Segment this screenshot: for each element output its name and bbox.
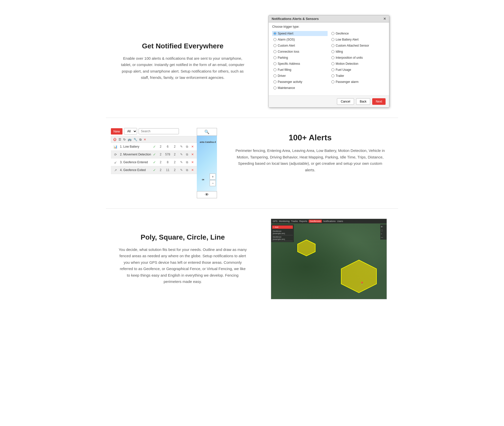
- delete-icon[interactable]: ✕: [190, 152, 195, 157]
- radio-interposition: [331, 56, 334, 59]
- geo-sidebar-row: Geofence (example.em): [272, 230, 293, 235]
- alerts-container: New All ⏻ ☰ ↻ 🚌 🔧 ⧉ ✕: [111, 128, 217, 198]
- radio-geofence: [331, 32, 334, 35]
- trigger-passenger-alarm[interactable]: Passenger alarm: [330, 79, 386, 84]
- section3-description: You decide, what solution fits best for …: [118, 246, 247, 285]
- edit-icon[interactable]: ✎: [179, 152, 184, 157]
- dialog-subtitle: Choose trigger type:: [272, 25, 386, 28]
- copy-row-icon[interactable]: ⧉: [185, 144, 189, 149]
- trigger-passenger-activity[interactable]: Passenger activity: [272, 79, 328, 84]
- movement-icon: ⟳: [113, 152, 118, 157]
- geo-marker: 📍: [360, 282, 364, 285]
- section3-text: Poly, Square, Circle, Line You decide, w…: [111, 233, 255, 285]
- page-wrapper: Get Notified Everywhere Enable over 100 …: [101, 0, 403, 314]
- alert-num1: 2: [158, 145, 163, 148]
- radio-driver: [273, 74, 276, 77]
- map-area: anta Catalina d 🗺 + −: [197, 136, 217, 191]
- alert-num2: 11: [165, 168, 170, 172]
- close-header-icon: ✕: [144, 138, 146, 141]
- geo-add-button[interactable]: + Add: [272, 225, 293, 229]
- geo-sidebar: + Add Geofence (example.em) Geofence (ex…: [271, 224, 294, 242]
- back-button[interactable]: Back: [356, 98, 370, 105]
- refresh-icon: ↻: [123, 138, 126, 141]
- section3-image: GPS Monitoring Tracks Reports Geofences …: [265, 219, 393, 299]
- section2-text: 100+ Alerts Perimeter fencing, Entering …: [227, 128, 393, 173]
- trigger-custom-sensor[interactable]: Custom Attached Sensor: [330, 43, 386, 48]
- alert-num1: 2: [158, 168, 163, 172]
- trigger-motion-detection[interactable]: Motion Detection: [330, 61, 386, 66]
- geofence-map: GPS Monitoring Tracks Reports Geofences …: [271, 219, 387, 299]
- trigger-driver[interactable]: Driver: [272, 73, 328, 78]
- map-layers-icon: 🗺: [202, 179, 204, 181]
- trigger-trailer[interactable]: Trailer: [330, 73, 386, 78]
- check-icon: ✓: [153, 145, 156, 149]
- vehicle-icon: 🚌: [128, 138, 132, 141]
- section1-description: Enable over 100 alerts & notifications t…: [118, 55, 247, 81]
- trigger-low-battery-alert[interactable]: Low Battery Alert: [330, 37, 386, 42]
- trigger-geofence[interactable]: Geofence: [330, 31, 386, 36]
- delete-icon[interactable]: ✕: [190, 168, 195, 172]
- alert-row: ↗ 4. Geofence Exited ✓ 2 11 2 ✎ ⧉ ✕: [111, 166, 197, 174]
- search-input[interactable]: [139, 128, 179, 134]
- zoom-in-button[interactable]: +: [210, 174, 216, 180]
- radio-speed-alert: [273, 32, 276, 35]
- trigger-specific-address[interactable]: Specific Address: [272, 61, 328, 66]
- alert-name: 2. Movement Detection: [120, 153, 151, 156]
- trigger-custom-alert[interactable]: Custom Alert: [272, 43, 328, 48]
- close-icon[interactable]: ✕: [383, 17, 386, 21]
- alert-actions: ✎ ⧉ ✕: [179, 168, 195, 172]
- check-icon: ✓: [153, 152, 156, 156]
- toolbar-icon-2: ⬚: [381, 229, 386, 232]
- trigger-alarm[interactable]: Alarm (SOS): [272, 37, 328, 42]
- alert-num2: 578: [165, 153, 170, 156]
- filter-dropdown[interactable]: All: [124, 128, 137, 135]
- check-icon: ✓: [153, 160, 156, 164]
- geofence-out-icon: ↗: [113, 168, 118, 173]
- copy-icon: ⧉: [139, 138, 142, 141]
- cancel-button[interactable]: Cancel: [337, 98, 354, 105]
- dialog-title: Notifications Alerts & Sensors: [272, 17, 319, 21]
- check-icon: ✓: [153, 168, 156, 172]
- edit-icon[interactable]: ✎: [179, 168, 184, 172]
- section1-title: Get Notified Everywhere: [118, 42, 247, 50]
- geofence-in-icon: ↙: [113, 160, 118, 165]
- section-geofence: Poly, Square, Circle, Line You decide, w…: [106, 209, 398, 309]
- copy-row-icon[interactable]: ⧉: [185, 152, 189, 157]
- radio-fuel-filling: [273, 68, 276, 71]
- alert-num3: 2: [172, 160, 177, 164]
- dialog-titlebar: Notifications Alerts & Sensors ✕: [269, 15, 389, 22]
- alert-row: 📊 1. Low Battery ✓ 2 6 2 ✎ ⧉ ✕: [111, 143, 197, 151]
- geofence-polygon-large: [339, 259, 379, 294]
- power-icon: ⏻: [113, 138, 116, 141]
- edit-icon[interactable]: ✎: [179, 144, 184, 149]
- alert-num3: 2: [172, 153, 177, 156]
- map-eye-icon-bar: 👁: [197, 191, 217, 198]
- radio-trailer: [331, 74, 334, 77]
- map-side-panel: 🔍 anta Catalina d 🗺 + − 👁: [197, 128, 217, 198]
- trigger-fuel-filling[interactable]: Fuel filling: [272, 67, 328, 72]
- copy-row-icon[interactable]: ⧉: [185, 168, 189, 172]
- radio-parking: [273, 56, 276, 59]
- edit-icon[interactable]: ✎: [179, 160, 184, 165]
- trigger-maintenance[interactable]: Maintenance: [272, 85, 328, 90]
- delete-icon[interactable]: ✕: [190, 160, 195, 165]
- next-button[interactable]: Next: [372, 98, 386, 105]
- alerts-toolbar: New All: [111, 128, 197, 135]
- alert-actions: ✎ ⧉ ✕: [179, 160, 195, 165]
- radio-low-battery-alert: [331, 38, 334, 41]
- delete-icon[interactable]: ✕: [190, 144, 195, 149]
- alert-actions: ✎ ⧉ ✕: [179, 144, 195, 149]
- dialog-footer: Cancel Back Next: [269, 95, 389, 107]
- trigger-connection-loss[interactable]: Connection loss: [272, 49, 328, 54]
- radio-custom-sensor: [331, 44, 334, 47]
- trigger-parking[interactable]: Parking: [272, 55, 328, 60]
- new-button[interactable]: New: [111, 128, 122, 135]
- trigger-fuel-usage[interactable]: Fuel Usage: [330, 67, 386, 72]
- zoom-out-button[interactable]: −: [210, 180, 216, 186]
- geofence-polygon-small: [296, 239, 317, 257]
- toolbar-icon-3: ○: [381, 233, 386, 235]
- trigger-idling[interactable]: Idling: [330, 49, 386, 54]
- copy-row-icon[interactable]: ⧉: [185, 160, 189, 165]
- trigger-speed-alert[interactable]: Speed Alert: [272, 31, 328, 36]
- trigger-interposition[interactable]: Interposition of units: [330, 55, 386, 60]
